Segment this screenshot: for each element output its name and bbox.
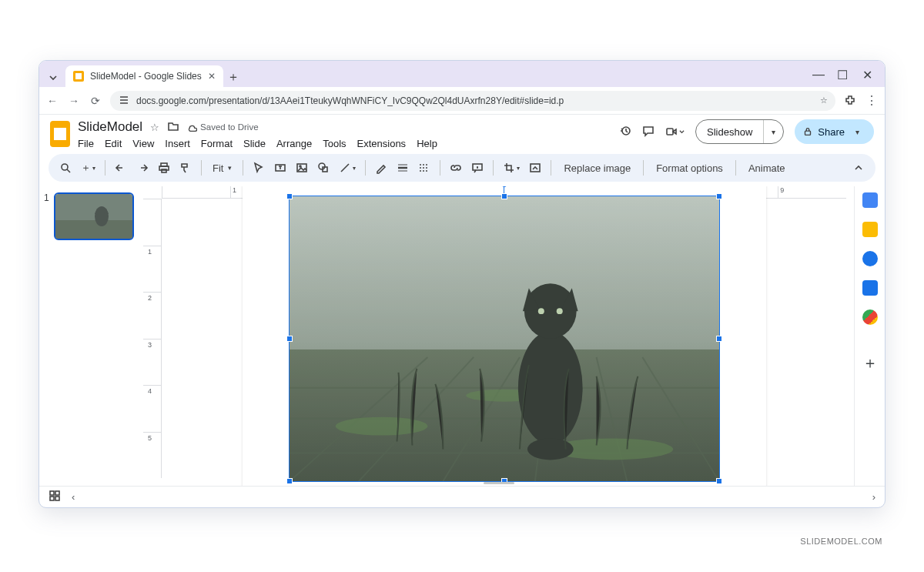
menu-bar: File Edit View Insert Format Slide Arran… bbox=[78, 136, 437, 149]
filmstrip: 1 bbox=[39, 186, 143, 486]
zoom-selector[interactable]: Fit ▾ bbox=[208, 162, 236, 174]
menu-view[interactable]: View bbox=[132, 138, 154, 149]
history-icon[interactable] bbox=[619, 125, 631, 139]
textbox-icon[interactable] bbox=[271, 158, 290, 178]
border-weight-icon[interactable] bbox=[393, 158, 412, 178]
new-slide-icon[interactable]: ＋▾ bbox=[78, 158, 99, 178]
close-window-icon[interactable]: ✕ bbox=[862, 68, 872, 82]
menu-edit[interactable]: Edit bbox=[105, 138, 122, 149]
save-status[interactable]: Saved to Drive bbox=[187, 122, 258, 132]
resize-handle-tm[interactable] bbox=[501, 193, 507, 199]
slide[interactable] bbox=[243, 186, 766, 486]
prev-slide-icon[interactable]: ‹ bbox=[72, 491, 75, 503]
menu-help[interactable]: Help bbox=[417, 138, 437, 149]
addons-plus-icon[interactable]: ＋ bbox=[862, 353, 878, 373]
redo-icon[interactable] bbox=[133, 158, 152, 178]
format-options-button[interactable]: Format options bbox=[650, 158, 729, 178]
close-tab-icon[interactable]: ✕ bbox=[208, 71, 216, 82]
shape-icon[interactable] bbox=[314, 158, 333, 178]
paint-format-icon[interactable] bbox=[176, 158, 195, 178]
comment-icon[interactable] bbox=[468, 158, 487, 178]
tab-title: SlideModel - Google Slides bbox=[90, 71, 202, 82]
svg-rect-6 bbox=[162, 169, 166, 172]
svg-rect-33 bbox=[50, 491, 54, 495]
document-title[interactable]: SlideModel bbox=[78, 119, 142, 135]
svg-rect-32 bbox=[290, 196, 719, 481]
reload-icon[interactable]: ⟳ bbox=[89, 95, 102, 107]
select-tool-icon[interactable] bbox=[249, 158, 268, 178]
address-bar[interactable]: docs.google.com/presentation/d/13AAei1Tt… bbox=[110, 91, 835, 111]
rotate-handle[interactable] bbox=[502, 186, 507, 187]
forward-icon[interactable]: → bbox=[67, 95, 81, 107]
calendar-icon[interactable] bbox=[862, 192, 878, 208]
image-icon[interactable] bbox=[293, 158, 311, 178]
tasks-icon[interactable] bbox=[862, 251, 878, 266]
contacts-icon[interactable] bbox=[862, 280, 878, 296]
keep-icon[interactable] bbox=[862, 222, 878, 237]
comments-icon[interactable] bbox=[642, 125, 654, 139]
line-icon[interactable]: ▾ bbox=[336, 158, 359, 178]
url-text: docs.google.com/presentation/d/13AAei1Tt… bbox=[136, 95, 564, 106]
watermark: SLIDEMODEL.COM bbox=[800, 537, 882, 546]
search-menus-icon[interactable] bbox=[56, 158, 75, 178]
meet-icon[interactable] bbox=[665, 125, 685, 138]
menu-insert[interactable]: Insert bbox=[165, 138, 190, 149]
crop-icon[interactable]: ▾ bbox=[500, 158, 523, 178]
move-icon[interactable] bbox=[167, 120, 179, 135]
resize-handle-tl[interactable] bbox=[286, 193, 293, 199]
slides-logo-icon[interactable] bbox=[50, 121, 70, 147]
browser-tab[interactable]: SlideModel - Google Slides ✕ bbox=[65, 65, 223, 87]
main-area: 1 1 2 3 4 5 6 7 bbox=[39, 186, 885, 486]
slideshow-button[interactable]: Slideshow bbox=[696, 120, 763, 143]
new-tab-button[interactable]: ＋ bbox=[223, 67, 243, 87]
resize-handle-ml[interactable] bbox=[286, 336, 293, 342]
slide-canvas[interactable] bbox=[162, 199, 846, 478]
collapse-toolbar-icon[interactable] bbox=[849, 158, 868, 178]
svg-rect-19 bbox=[55, 194, 132, 239]
share-button[interactable]: Share ▾ bbox=[795, 119, 874, 144]
minimize-icon[interactable]: — bbox=[812, 68, 823, 82]
link-icon[interactable] bbox=[447, 158, 465, 178]
speaker-notes-handle[interactable] bbox=[484, 482, 514, 484]
resize-handle-br[interactable] bbox=[716, 478, 722, 484]
border-color-icon[interactable] bbox=[372, 158, 390, 178]
bookmark-star-icon[interactable]: ☆ bbox=[820, 95, 828, 105]
menu-arrange[interactable]: Arrange bbox=[276, 138, 312, 149]
mask-icon[interactable] bbox=[526, 158, 544, 178]
undo-icon[interactable] bbox=[112, 158, 130, 178]
resize-handle-mr[interactable] bbox=[716, 336, 722, 342]
maps-icon[interactable] bbox=[862, 309, 878, 325]
svg-rect-34 bbox=[55, 491, 59, 495]
slideshow-dropdown-icon[interactable]: ▾ bbox=[763, 120, 783, 143]
bottom-bar: ‹ › bbox=[39, 486, 885, 507]
border-dash-icon[interactable] bbox=[415, 158, 434, 178]
menu-file[interactable]: File bbox=[78, 138, 94, 149]
menu-extensions[interactable]: Extensions bbox=[357, 138, 407, 149]
extensions-icon[interactable] bbox=[843, 94, 857, 108]
resize-handle-bl[interactable] bbox=[286, 478, 293, 484]
toolbar: ＋▾ Fit ▾ ▾ ▾ Replace image Format option… bbox=[49, 154, 875, 182]
share-dropdown-icon[interactable]: ▾ bbox=[849, 128, 865, 136]
replace-image-button[interactable]: Replace image bbox=[557, 158, 637, 178]
maximize-icon[interactable]: ☐ bbox=[837, 68, 848, 82]
grid-view-icon[interactable] bbox=[49, 490, 61, 504]
chrome-menu-icon[interactable]: ⋮ bbox=[865, 94, 879, 108]
next-slide-icon[interactable]: › bbox=[872, 491, 875, 503]
star-icon[interactable]: ☆ bbox=[150, 122, 159, 133]
site-info-icon[interactable] bbox=[118, 94, 130, 108]
tab-strip: SlideModel - Google Slides ✕ ＋ — ☐ ✕ bbox=[39, 61, 885, 87]
menu-slide[interactable]: Slide bbox=[243, 138, 266, 149]
resize-handle-tr[interactable] bbox=[716, 193, 722, 199]
app-titlebar: SlideModel ☆ Saved to Drive File Edit Vi… bbox=[39, 115, 885, 149]
menu-tools[interactable]: Tools bbox=[323, 138, 346, 149]
selected-image[interactable] bbox=[289, 196, 720, 482]
cat-photo bbox=[290, 196, 719, 481]
tab-search-chevron-icon[interactable] bbox=[44, 69, 62, 87]
print-icon[interactable] bbox=[155, 158, 173, 178]
ruler-vertical[interactable]: 1 2 3 4 5 bbox=[143, 199, 162, 478]
back-icon[interactable]: ← bbox=[45, 95, 59, 107]
slide-thumbnail[interactable] bbox=[54, 192, 134, 240]
canvas-wrap: 1 2 3 4 5 6 7 8 9 1 2 3 4 5 bbox=[143, 186, 854, 486]
menu-format[interactable]: Format bbox=[201, 138, 233, 149]
animate-button[interactable]: Animate bbox=[742, 158, 792, 178]
